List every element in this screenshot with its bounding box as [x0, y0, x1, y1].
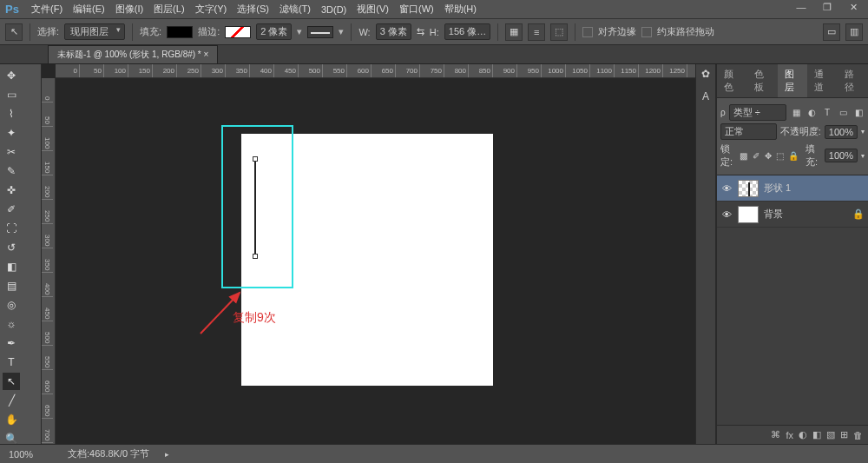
layer-kind-dropdown[interactable]: 类型 ÷ — [729, 104, 786, 121]
layer-name[interactable]: 背景 — [764, 208, 783, 221]
move-tool[interactable]: ✥ — [3, 67, 20, 84]
align-edges-checkbox[interactable] — [582, 27, 593, 37]
select-target-dropdown[interactable]: 现用图层 — [64, 23, 125, 40]
ruler-horizontal[interactable]: 0501001502002503003504004505005506006507… — [56, 64, 695, 78]
fill-opacity-field[interactable]: 100% — [825, 149, 858, 162]
crop-tool[interactable]: ✂ — [3, 143, 20, 161]
tab-color[interactable]: 颜色 — [717, 64, 747, 97]
eyedropper-tool[interactable]: ✎ — [3, 162, 20, 180]
height-field[interactable]: 156 像… — [444, 23, 490, 40]
layer-thumbnail[interactable] — [738, 180, 759, 197]
window-close[interactable]: ✕ — [842, 2, 865, 16]
menu-image[interactable]: 图像(I) — [110, 1, 148, 17]
layer-row[interactable]: 👁 背景 🔒 — [717, 202, 868, 228]
filter-type-icon[interactable]: T — [821, 107, 833, 119]
window-maximize[interactable]: ❐ — [816, 2, 838, 16]
lock-pos-icon[interactable]: ✥ — [764, 149, 773, 162]
new-layer-icon[interactable]: ⊞ — [840, 429, 848, 440]
lock-trans-icon[interactable]: ▩ — [740, 149, 748, 162]
history-panel-icon[interactable]: ✿ — [698, 68, 713, 82]
filter-shape-icon[interactable]: ▭ — [837, 107, 849, 119]
stroke-size-field[interactable]: 2 像素 — [256, 23, 292, 40]
shape-line[interactable] — [254, 160, 256, 254]
character-panel-icon[interactable]: A — [698, 90, 713, 104]
tab-layers[interactable]: 图层 — [778, 64, 808, 97]
filter-adjust-icon[interactable]: ◐ — [806, 107, 818, 119]
lock-paint-icon[interactable]: ✐ — [752, 149, 760, 162]
dodge-tool[interactable]: ☼ — [3, 315, 20, 333]
layer-name[interactable]: 形状 1 — [764, 182, 791, 195]
menu-3d[interactable]: 3D(D) — [316, 3, 352, 17]
eraser-tool[interactable]: ◧ — [3, 258, 20, 275]
visibility-icon[interactable]: 👁 — [720, 183, 733, 194]
link-layers-icon[interactable]: ⌘ — [771, 429, 780, 440]
menu-edit[interactable]: 编辑(E) — [68, 1, 110, 17]
width-field[interactable]: 3 像素 — [376, 23, 411, 40]
path-align-icon[interactable]: ≡ — [528, 23, 545, 41]
stamp-tool[interactable]: ⛶ — [3, 220, 20, 237]
collapsed-panel-dock: ✿ A — [695, 64, 716, 444]
layer-fx-icon[interactable]: fx — [786, 430, 793, 440]
marquee-tool[interactable]: ▭ — [3, 86, 20, 103]
menu-filter[interactable]: 滤镜(T) — [274, 1, 316, 17]
doc-info[interactable]: 文档:468.8K/0 字节 — [68, 447, 149, 460]
menu-layer[interactable]: 图层(L) — [148, 1, 189, 17]
stroke-style-dropdown[interactable] — [307, 26, 333, 38]
path-anchor-top[interactable] — [253, 156, 258, 162]
path-selection-icon[interactable]: ↖ — [5, 23, 23, 41]
canvas-area[interactable]: 0501001502002503003504004505005506006507… — [42, 64, 695, 444]
visibility-icon[interactable]: 👁 — [720, 209, 733, 220]
path-arrange-icon[interactable]: ⬚ — [550, 23, 568, 41]
document-tab[interactable]: 未标题-1 @ 100% (形状 1, RGB/8#) * × — [48, 45, 218, 63]
menu-view[interactable]: 视图(V) — [352, 1, 394, 17]
layer-mask-icon[interactable]: ◐ — [799, 429, 807, 440]
stroke-swatch[interactable] — [225, 26, 251, 38]
blur-tool[interactable]: ◎ — [3, 296, 20, 314]
opacity-field[interactable]: 100% — [825, 125, 858, 139]
menu-window[interactable]: 窗口(W) — [394, 1, 439, 17]
layer-thumbnail[interactable] — [738, 206, 759, 223]
filter-smart-icon[interactable]: ◧ — [852, 107, 865, 119]
tab-channels[interactable]: 通道 — [807, 64, 838, 97]
window-minimize[interactable]: — — [790, 2, 812, 16]
type-tool[interactable]: T — [3, 354, 20, 371]
tab-paths[interactable]: 路径 — [838, 64, 868, 97]
menu-file[interactable]: 文件(F) — [26, 1, 68, 17]
delete-layer-icon[interactable]: 🗑 — [853, 430, 863, 440]
lock-artboard-icon[interactable]: ⬚ — [776, 149, 785, 162]
history-brush-tool[interactable]: ↺ — [3, 239, 20, 256]
lock-all-icon[interactable]: 🔒 — [788, 149, 799, 162]
path-anchor-bottom[interactable] — [253, 254, 258, 259]
lock-label: 锁定: — [720, 142, 736, 169]
fill-swatch[interactable] — [167, 26, 193, 38]
gradient-tool[interactable]: ▤ — [3, 277, 20, 294]
group-icon[interactable]: ▧ — [826, 429, 835, 440]
healing-tool[interactable]: ✜ — [3, 182, 20, 199]
workspace-icon[interactable]: ▭ — [823, 23, 840, 41]
align-edges-label: 对齐边缘 — [598, 25, 636, 38]
workspace-switcher-icon[interactable]: ▥ — [845, 23, 863, 41]
menu-type[interactable]: 文字(Y) — [190, 1, 233, 17]
constrain-checkbox[interactable] — [641, 27, 652, 37]
adjustment-layer-icon[interactable]: ◧ — [812, 429, 821, 440]
lasso-tool[interactable]: ⌇ — [3, 105, 20, 122]
menu-select[interactable]: 选择(S) — [232, 1, 274, 17]
brush-tool[interactable]: ✐ — [3, 201, 20, 218]
tab-swatches[interactable]: 色板 — [747, 64, 778, 97]
link-icon[interactable]: ⇆ — [417, 26, 424, 37]
path-operations-icon[interactable]: ▦ — [505, 23, 523, 41]
magic-wand-tool[interactable]: ✦ — [3, 124, 20, 142]
filter-pixel-icon[interactable]: ▦ — [790, 107, 802, 119]
layer-row[interactable]: 👁 形状 1 — [717, 175, 868, 202]
path-selection-tool[interactable]: ↖ — [3, 373, 20, 390]
ruler-vertical[interactable]: 0501001502002503003504004505005506006507… — [42, 78, 56, 444]
pen-tool[interactable]: ✒ — [3, 334, 20, 352]
layers-panel-footer: ⌘ fx ◐ ◧ ▧ ⊞ 🗑 — [717, 425, 868, 444]
blend-mode-dropdown[interactable]: 正常 — [720, 123, 777, 140]
status-bar: 100% 文档:468.8K/0 字节 ▸ — [0, 444, 868, 463]
hand-tool[interactable]: ✋ — [3, 411, 20, 428]
zoom-level[interactable]: 100% — [9, 449, 52, 460]
selection-bounds[interactable] — [221, 125, 293, 288]
menu-help[interactable]: 帮助(H) — [439, 1, 482, 17]
line-tool[interactable]: ╱ — [3, 392, 20, 409]
